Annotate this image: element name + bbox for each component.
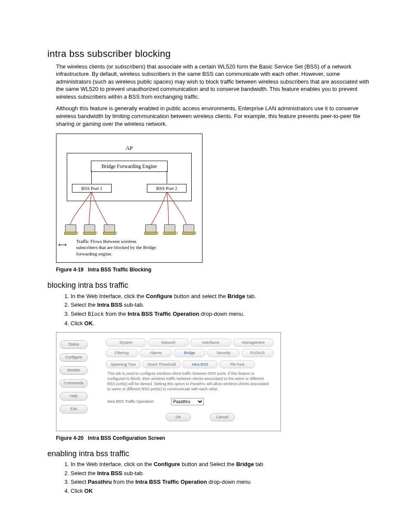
- laptop-icon: ⌇: [64, 224, 77, 235]
- ok-cancel-row: OK Cancel: [166, 413, 274, 421]
- tab-row-2: Filtering Alarms Bridge Security RADIUS: [106, 349, 274, 357]
- figure-title: Intra BSS Configuration Screen: [88, 435, 165, 441]
- heading-enabling-intra-bss-traffic: enabling intra bss traffic: [47, 448, 377, 459]
- list-item: Select Passthru from the Intra BSS Traff…: [71, 478, 377, 486]
- tab-row-1: System Network Interfaces Management: [106, 339, 274, 347]
- cancel-button[interactable]: Cancel: [210, 413, 235, 421]
- figure-4-20-screenshot: Status Configure Monitor Commands Help E…: [56, 332, 281, 431]
- tab-pkt-fwd[interactable]: Pkt Fwd: [219, 361, 255, 368]
- tab-system[interactable]: System: [106, 339, 146, 347]
- main-panel: System Network Interfaces Management Fil…: [104, 333, 280, 431]
- figure-4-20-caption: Figure 4-20 Intra BSS Configuration Scre…: [56, 435, 377, 442]
- paragraph-overview-1: The wireless clients (or subscribers) th…: [56, 63, 377, 101]
- tab-description-text: This tab is used to configure wireless c…: [107, 371, 272, 392]
- nav-exit-button[interactable]: Exit: [60, 405, 87, 414]
- tab-alarms[interactable]: Alarms: [140, 349, 172, 357]
- list-item: Select Block from the Intra BSS Traffic …: [71, 310, 377, 318]
- list-item: In the Web Interface, click on the Confi…: [71, 460, 377, 468]
- enabling-steps-list: In the Web Interface, click on the Confi…: [63, 460, 377, 495]
- tab-bridge[interactable]: Bridge: [174, 349, 206, 357]
- heading-intra-bss-subscriber-blocking: intra bss subscriber blocking: [47, 47, 377, 60]
- figure-4-19-diagram: AP Bridge Forwarding Engine BSS Port 1 B…: [56, 134, 202, 263]
- text: The wireless clients (or: [56, 63, 115, 70]
- figure-number: Figure 4-19: [56, 267, 84, 273]
- heading-blocking-intra-bss-traffic: blocking intra bss traffic: [47, 280, 377, 290]
- laptop-icon: ⌇: [163, 224, 176, 235]
- connection-lines-icon: [56, 134, 202, 262]
- laptop-icon: ⌇: [144, 224, 157, 235]
- sidebar-nav: Status Configure Monitor Commands Help E…: [56, 333, 104, 420]
- laptop-icon: ⌇: [103, 224, 116, 235]
- figure-title: Intra BSS Traffic Blocking: [88, 267, 151, 273]
- tab-spanning-tree[interactable]: Spanning Tree: [106, 361, 141, 368]
- term-subscribers: subscribers: [115, 63, 143, 70]
- bss-port-2-box: BSS Port 2: [147, 184, 187, 193]
- tab-storm-threshold[interactable]: Storm Threshold: [143, 361, 181, 368]
- laptop-icon: ⌇: [182, 224, 195, 235]
- intra-bss-traffic-operation-select[interactable]: Passthru: [171, 398, 204, 405]
- tab-row-3: Spanning Tree Storm Threshold Intra BSS …: [106, 361, 274, 368]
- nav-commands-button[interactable]: Commands: [60, 379, 87, 388]
- nav-monitor-button[interactable]: Monitor: [60, 366, 87, 375]
- tab-intra-bss[interactable]: Intra BSS: [182, 361, 218, 368]
- nav-status-button[interactable]: Status: [60, 340, 87, 349]
- list-item: Select the Intra BSS sub-tab.: [71, 301, 377, 309]
- nav-help-button[interactable]: Help: [60, 392, 87, 401]
- list-item: Click OK.: [71, 320, 377, 327]
- tab-security[interactable]: Security: [207, 349, 240, 357]
- tab-network[interactable]: Network: [148, 339, 189, 347]
- figure-number: Figure 4-20: [56, 435, 84, 441]
- intra-bss-traffic-operation-row: Intra BSS Traffic Operation Passthru: [107, 398, 272, 405]
- tab-filtering[interactable]: Filtering: [106, 349, 138, 357]
- laptop-icon: ⌇: [83, 224, 96, 235]
- page: intra bss subscriber blocking The wirele…: [0, 0, 411, 532]
- tab-radius[interactable]: RADIUS: [241, 349, 274, 357]
- list-item: Select the Intra BSS sub-tab: [71, 470, 377, 477]
- tab-management[interactable]: Management: [233, 339, 274, 347]
- bss-port-1-box: BSS Port 1: [72, 184, 112, 193]
- figure-4-19-caption: Figure 4-19 Intra BSS Traffic Blocking: [56, 266, 377, 273]
- nav-configure-button[interactable]: Configure: [60, 353, 87, 362]
- paragraph-overview-2: Although this feature is generally enabl…: [56, 105, 377, 128]
- tab-interfaces[interactable]: Interfaces: [190, 339, 231, 347]
- list-item: Click OK: [71, 487, 377, 495]
- blocking-steps-list: In the Web Interface, click the Configur…: [63, 292, 377, 327]
- ok-button[interactable]: OK: [166, 413, 191, 421]
- list-item: In the Web Interface, click the Configur…: [71, 292, 377, 300]
- intra-bss-traffic-operation-label: Intra BSS Traffic Operation: [107, 399, 163, 404]
